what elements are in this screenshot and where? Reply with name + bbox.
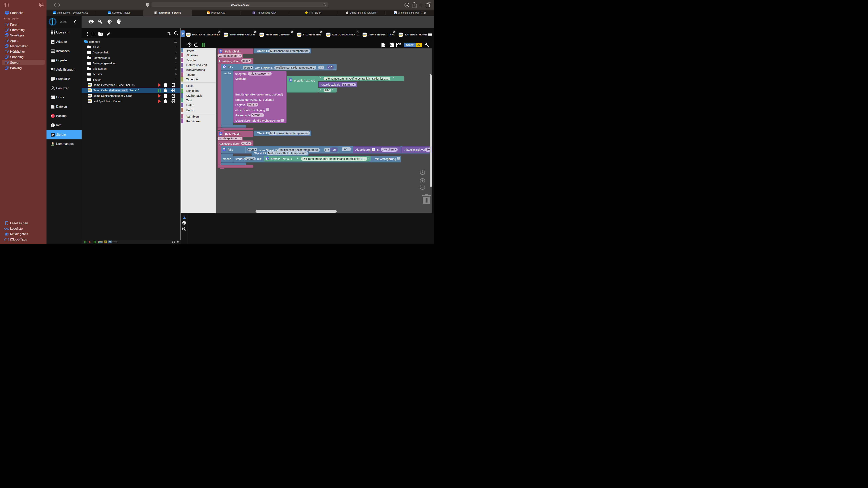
svg-text:blockly: blockly	[298, 34, 301, 35]
svg-text:blockly: blockly	[88, 101, 91, 102]
svg-text:JS: JS	[52, 134, 54, 136]
svg-text:blockly: blockly	[399, 34, 402, 35]
svg-text:blockly: blockly	[363, 34, 366, 35]
svg-text:1: 1	[155, 11, 156, 14]
svg-text:blockly: blockly	[224, 34, 227, 35]
svg-text:blockly: blockly	[187, 34, 190, 35]
svg-text:MyFRITZ!: MyFRITZ!	[394, 12, 397, 12]
svg-text:blockly: blockly	[88, 85, 91, 86]
svg-text:blockly: blockly	[260, 34, 263, 35]
svg-text:DSM: DSM	[108, 12, 111, 13]
svg-text:blockly: blockly	[327, 34, 330, 35]
svg-text:blockly: blockly	[88, 95, 91, 96]
svg-text:FRITZ!: FRITZ!	[305, 12, 308, 13]
svg-text:blockly: blockly	[88, 90, 91, 91]
svg-text:DSM: DSM	[53, 12, 56, 13]
